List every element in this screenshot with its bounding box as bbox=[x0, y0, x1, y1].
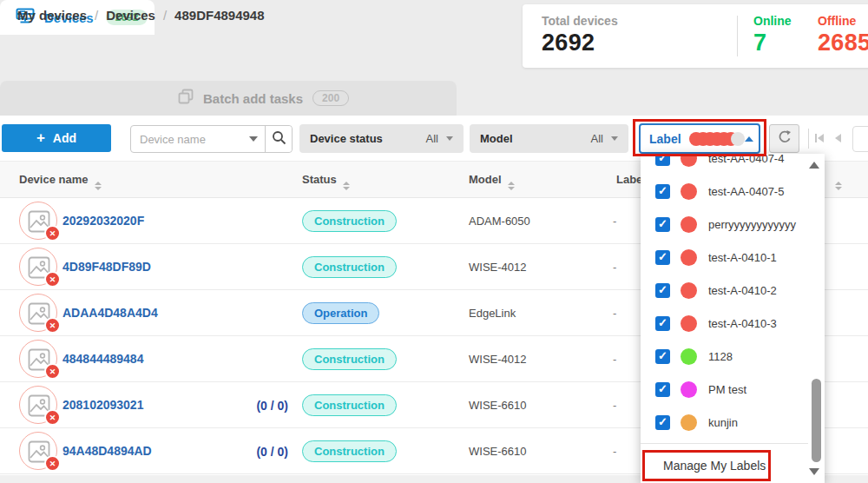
label-filter-button[interactable]: Label bbox=[639, 123, 760, 154]
label-color-dot bbox=[681, 183, 697, 200]
offline-error-icon bbox=[44, 363, 61, 380]
scrollbar-thumb[interactable] bbox=[812, 379, 821, 462]
label-dropdown-item[interactable]: test-A-0410-2 bbox=[641, 274, 825, 307]
column-header-status[interactable]: Status bbox=[302, 173, 350, 190]
device-label-value: - bbox=[613, 445, 616, 458]
toolbar-divider bbox=[808, 129, 809, 149]
model-filter-label: Model bbox=[480, 132, 513, 145]
label-dropdown-item[interactable]: test-AA-0407-4 bbox=[641, 154, 825, 175]
label-dropdown-item[interactable]: test-A-0410-3 bbox=[641, 307, 825, 340]
tab-batch-label: Batch add tasks bbox=[203, 91, 303, 106]
checkbox-checked-icon[interactable] bbox=[655, 154, 670, 166]
status-badge: Construction bbox=[302, 394, 397, 416]
device-name-link[interactable]: 20292032020F bbox=[62, 214, 144, 228]
stat-total-label: Total devices bbox=[542, 14, 618, 28]
device-stats-card: Total devices 2692 Online 7 Offline 2685 bbox=[523, 4, 868, 68]
label-dropdown-item[interactable]: PM test bbox=[641, 373, 825, 406]
refresh-button[interactable] bbox=[769, 124, 799, 153]
device-avatar bbox=[19, 340, 57, 378]
column-header-model[interactable]: Model bbox=[469, 173, 515, 190]
manage-my-labels-link[interactable]: Manage My Labels bbox=[663, 459, 766, 473]
device-label-value: - bbox=[613, 215, 616, 228]
first-page-icon bbox=[815, 134, 817, 142]
model-filter[interactable]: Model All bbox=[470, 124, 628, 153]
page-number-input[interactable] bbox=[852, 126, 868, 152]
sort-icon[interactable] bbox=[508, 182, 515, 190]
chevron-up-icon bbox=[745, 136, 753, 142]
scrollbar-up-arrow-icon[interactable] bbox=[809, 162, 819, 169]
device-ratio: (0 / 0) bbox=[207, 399, 288, 413]
status-badge: Construction bbox=[302, 256, 397, 278]
column-header-device-name[interactable]: Device name bbox=[19, 173, 102, 190]
first-page-icon bbox=[818, 134, 824, 142]
label-color-dot bbox=[681, 348, 697, 365]
label-color-dot bbox=[681, 249, 697, 266]
label-selected-dots bbox=[689, 132, 745, 146]
device-label-value: - bbox=[613, 353, 616, 366]
device-avatar bbox=[19, 386, 57, 424]
chevron-down-icon bbox=[249, 136, 258, 142]
label-dropdown-item[interactable]: kunjin bbox=[641, 406, 825, 439]
device-name-link[interactable]: 208102093021 bbox=[62, 398, 143, 412]
sort-icon[interactable] bbox=[95, 182, 102, 190]
device-name-link[interactable]: ADAA4D48A4D4 bbox=[62, 306, 158, 320]
tab-strip: Batch add tasks 200 bbox=[0, 81, 457, 116]
checkbox-checked-icon[interactable] bbox=[655, 250, 670, 265]
checkbox-checked-icon[interactable] bbox=[655, 316, 670, 331]
device-name-link[interactable]: 4D89F48DF89D bbox=[62, 260, 151, 274]
device-avatar bbox=[19, 202, 57, 240]
breadcrumb-devices[interactable]: Devices bbox=[106, 8, 155, 23]
label-dropdown-item-text: test-AA-0407-5 bbox=[708, 185, 784, 198]
tab-batch-badge: 200 bbox=[312, 90, 349, 106]
label-dropdown-item-text: 1128 bbox=[708, 350, 733, 363]
device-status-filter[interactable]: Device status All bbox=[299, 124, 464, 153]
breadcrumb-current-device: 489DF4894948 bbox=[174, 8, 264, 23]
breadcrumb-my-devices[interactable]: My devices bbox=[17, 8, 87, 23]
search-button[interactable] bbox=[265, 126, 292, 152]
status-badge: Construction bbox=[302, 440, 397, 462]
label-dropdown-item-text: test-A-0410-1 bbox=[708, 251, 777, 264]
checkbox-checked-icon[interactable] bbox=[655, 283, 670, 298]
label-filter-dropdown: test-AA-0407-4 test-AA-0407-5 perryyyyyy… bbox=[641, 154, 825, 483]
label-filter-label: Label bbox=[649, 132, 681, 146]
checkbox-checked-icon[interactable] bbox=[655, 415, 670, 430]
checkbox-checked-icon[interactable] bbox=[655, 382, 670, 397]
checkbox-checked-icon[interactable] bbox=[655, 349, 670, 364]
device-model: WISE-6610 bbox=[469, 399, 526, 412]
tab-batch-add-tasks[interactable]: Batch add tasks 200 bbox=[165, 81, 349, 116]
device-model: WISE-4012 bbox=[469, 353, 526, 366]
chevron-down-icon bbox=[611, 136, 618, 141]
status-badge: Construction bbox=[302, 210, 397, 232]
offline-error-icon bbox=[44, 455, 61, 472]
checkbox-checked-icon[interactable] bbox=[655, 217, 670, 232]
device-name-search-input[interactable] bbox=[131, 126, 242, 152]
scrollbar-down-arrow-icon[interactable] bbox=[809, 468, 819, 475]
sort-icon[interactable] bbox=[343, 182, 350, 190]
add-device-button[interactable]: + Add bbox=[2, 124, 111, 152]
breadcrumb: My devices/Devices/489DF4894948 bbox=[17, 8, 265, 23]
label-dropdown-item[interactable]: test-A-0410-1 bbox=[641, 241, 825, 274]
sort-icon[interactable] bbox=[835, 182, 842, 190]
column-header-extra-sort[interactable] bbox=[829, 173, 842, 190]
previous-page-icon bbox=[835, 134, 841, 142]
model-filter-value: All bbox=[591, 132, 603, 145]
device-name-link[interactable]: 484844489484 bbox=[62, 352, 143, 366]
search-field-dropdown-toggle[interactable] bbox=[242, 126, 265, 152]
device-label-value: - bbox=[613, 261, 616, 274]
label-color-dot bbox=[681, 414, 697, 431]
device-status-filter-label: Device status bbox=[310, 132, 383, 145]
label-dropdown-item-text: test-AA-0407-4 bbox=[708, 154, 784, 165]
status-badge: Operation bbox=[302, 302, 379, 324]
label-dropdown-item[interactable]: 1128 bbox=[641, 340, 825, 373]
device-name-link[interactable]: 94A48D4894AD bbox=[62, 444, 152, 458]
label-dropdown-item[interactable]: perryyyyyyyyyyyy bbox=[641, 208, 825, 241]
label-dropdown-item-text: perryyyyyyyyyyyy bbox=[708, 218, 796, 231]
label-dropdown-item[interactable]: test-AA-0407-5 bbox=[641, 175, 825, 208]
offline-error-icon bbox=[44, 317, 61, 334]
stat-offline-value: 2685 bbox=[818, 30, 868, 56]
pagination-first-page-button[interactable] bbox=[815, 134, 824, 142]
checkbox-checked-icon[interactable] bbox=[655, 184, 670, 199]
label-color-dot bbox=[681, 315, 697, 332]
device-avatar bbox=[19, 432, 57, 470]
pagination-previous-page-button[interactable] bbox=[835, 134, 841, 142]
